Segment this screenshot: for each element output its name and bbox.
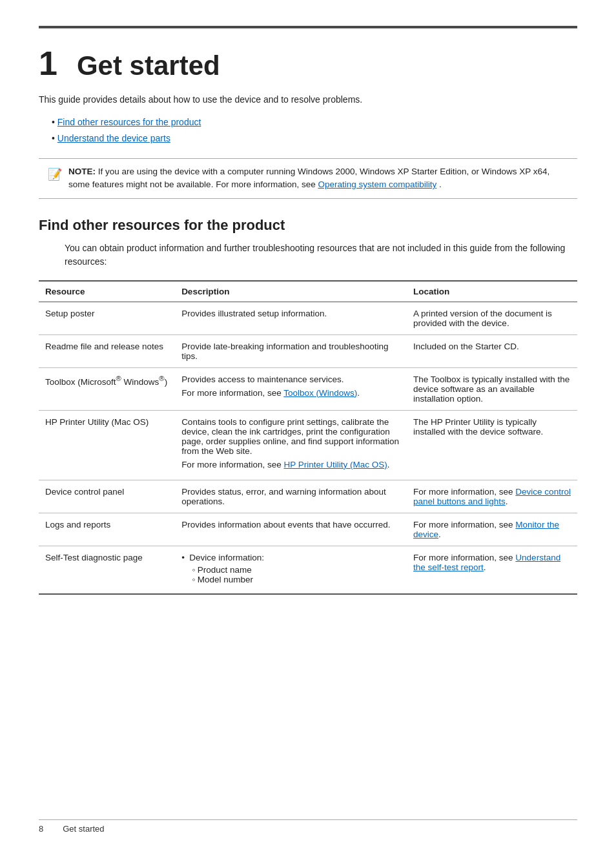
desc-text: Provides illustrated setup information. xyxy=(181,309,327,318)
note-text: If you are using the device with a compu… xyxy=(68,167,549,189)
os-compatibility-link[interactable]: Operating system compatibility xyxy=(318,180,436,189)
self-test-link[interactable]: Understand the self-test report xyxy=(413,553,560,572)
note-content: NOTE: If you are using the device with a… xyxy=(68,165,568,192)
resource-cell: Setup poster xyxy=(39,302,175,334)
chapter-header: 1 Get started xyxy=(39,46,577,80)
note-label: NOTE: xyxy=(68,167,96,176)
section-title: Find other resources for the product xyxy=(39,217,577,234)
description-cell: Provides information about events that h… xyxy=(175,513,407,546)
description-cell: Provides illustrated setup information. xyxy=(175,302,407,334)
location-cell: Included on the Starter CD. xyxy=(407,334,577,367)
location-cell: The HP Printer Utility is typically inst… xyxy=(407,410,577,480)
list-item: Model number xyxy=(192,575,400,584)
location-cell: For more information, see Monitor the de… xyxy=(407,513,577,546)
list-item: • Device information: Product name Model… xyxy=(181,553,400,584)
section-intro: You can obtain product information and f… xyxy=(65,242,577,269)
control-panel-link[interactable]: Device control panel buttons and lights xyxy=(413,487,571,506)
note-box: 📝 NOTE: If you are using the device with… xyxy=(39,158,577,199)
chapter-number: 1 xyxy=(39,46,57,80)
resource-cell: HP Printer Utility (Mac OS) xyxy=(39,410,175,480)
col-header-resource: Resource xyxy=(39,281,175,302)
device-parts-link[interactable]: Understand the device parts xyxy=(57,133,170,143)
resource-cell: Logs and reports xyxy=(39,513,175,546)
list-item: Product name xyxy=(192,565,400,575)
col-header-location: Location xyxy=(407,281,577,302)
intro-text: This guide provides details about how to… xyxy=(39,93,577,107)
desc-text: Provides information about events that h… xyxy=(181,520,390,529)
description-cell: • Device information: Product name Model… xyxy=(175,546,407,594)
location-cell: The Toolbox is typically installed with … xyxy=(407,367,577,410)
desc-text: For more information, see Toolbox (Windo… xyxy=(181,388,400,398)
footer: 8 Get started xyxy=(39,819,577,834)
resource-cell: Self-Test diagnostic page xyxy=(39,546,175,594)
desc-text: Provide late-breaking information and tr… xyxy=(181,342,388,361)
self-test-list: • Device information: Product name Model… xyxy=(181,553,400,584)
table-row: Toolbox (Microsoft® Windows®) Provides a… xyxy=(39,367,577,410)
hp-utility-link[interactable]: HP Printer Utility (Mac OS) xyxy=(283,460,387,469)
footer-section-label: Get started xyxy=(63,824,104,834)
toolbox-link[interactable]: Toolbox (Windows) xyxy=(283,388,357,398)
description-cell: Provides status, error, and warning info… xyxy=(175,480,407,513)
col-header-description: Description xyxy=(175,281,407,302)
table-row: HP Printer Utility (Mac OS) Contains too… xyxy=(39,410,577,480)
table-row: Readme file and release notes Provide la… xyxy=(39,334,577,367)
resource-cell: Toolbox (Microsoft® Windows®) xyxy=(39,367,175,410)
bullet-main: • Device information: xyxy=(181,553,264,562)
table-row: Self-Test diagnostic page • Device infor… xyxy=(39,546,577,594)
location-cell: For more information, see Understand the… xyxy=(407,546,577,594)
desc-text: Contains tools to configure print settin… xyxy=(181,417,400,456)
top-border xyxy=(39,26,577,28)
table-row: Logs and reports Provides information ab… xyxy=(39,513,577,546)
desc-text: Provides access to maintenance services. xyxy=(181,375,400,384)
description-cell: Contains tools to configure print settin… xyxy=(175,410,407,480)
list-item: Understand the device parts xyxy=(52,132,577,145)
page-container: 1 Get started This guide provides detail… xyxy=(0,0,616,853)
monitor-device-link[interactable]: Monitor the device xyxy=(413,520,559,539)
table-header-row: Resource Description Location xyxy=(39,281,577,302)
resource-cell: Device control panel xyxy=(39,480,175,513)
resource-table: Resource Description Location Setup post… xyxy=(39,280,577,595)
location-cell: A printed version of the document is pro… xyxy=(407,302,577,334)
location-cell: For more information, see Device control… xyxy=(407,480,577,513)
sub-list: Product name Model number xyxy=(192,565,400,584)
desc-text: For more information, see HP Printer Uti… xyxy=(181,460,400,469)
desc-text: Provides status, error, and warning info… xyxy=(181,487,386,506)
note-icon: 📝 xyxy=(48,166,62,183)
description-cell: Provide late-breaking information and tr… xyxy=(175,334,407,367)
find-resources-link[interactable]: Find other resources for the product xyxy=(57,117,201,127)
resource-cell: Readme file and release notes xyxy=(39,334,175,367)
table-row: Setup poster Provides illustrated setup … xyxy=(39,302,577,334)
bullet-links-list: Find other resources for the product Und… xyxy=(52,116,577,145)
note-text-end: . xyxy=(439,180,442,189)
footer-page-number: 8 xyxy=(39,824,43,834)
list-item: Find other resources for the product xyxy=(52,116,577,129)
chapter-title: Get started xyxy=(77,52,220,79)
description-cell: Provides access to maintenance services.… xyxy=(175,367,407,410)
table-row: Device control panel Provides status, er… xyxy=(39,480,577,513)
